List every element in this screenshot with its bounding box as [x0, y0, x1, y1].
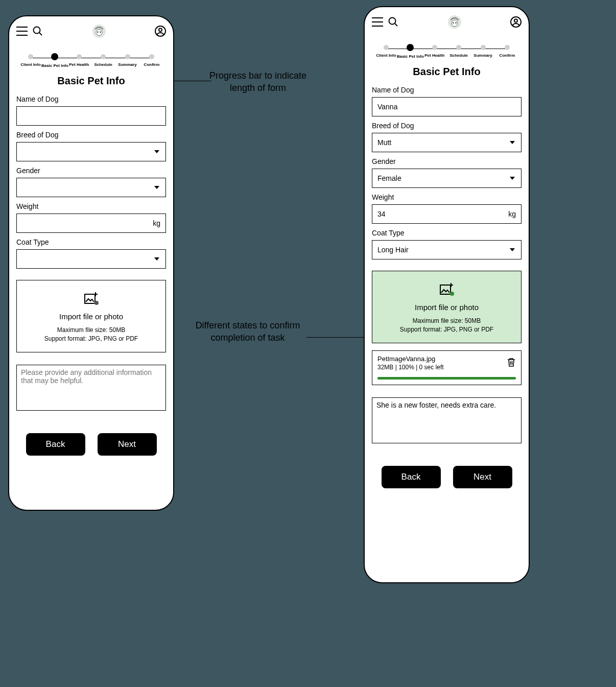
- notes-textarea[interactable]: [372, 397, 522, 443]
- chevron-down-icon: [154, 150, 159, 153]
- upload-formats: Support format: JPG, PNG or PDF: [23, 335, 159, 343]
- back-button[interactable]: Back: [382, 466, 441, 488]
- file-meta: 32MB | 100% | 0 sec left: [377, 364, 516, 371]
- step-label: Pet Health: [69, 62, 89, 67]
- step-label: Basic Pet Info: [41, 63, 68, 68]
- step-label: Summary: [473, 53, 492, 58]
- notes-textarea[interactable]: [16, 365, 166, 411]
- step-label: Client Info: [20, 62, 40, 67]
- breed-select[interactable]: Mutt: [372, 133, 522, 152]
- gender-value: Female: [377, 174, 401, 182]
- dog-name-input[interactable]: [372, 97, 522, 116]
- topbar: [16, 23, 166, 39]
- step-label: Confirm: [500, 53, 515, 58]
- progress-stepper: Client Info Basic Pet Info Pet Health Sc…: [19, 54, 163, 68]
- label-dog-name: Name of Dog: [16, 95, 166, 103]
- back-button[interactable]: Back: [26, 433, 85, 456]
- upload-max-size: Maximum file size: 50MB: [23, 326, 159, 335]
- chevron-down-icon: [510, 141, 515, 144]
- next-button[interactable]: Next: [98, 433, 157, 456]
- label-weight: Weight: [16, 202, 166, 210]
- weight-unit: kg: [508, 210, 516, 218]
- weight-input[interactable]: kg: [372, 204, 522, 224]
- file-name: PetImageVanna.jpg: [377, 355, 516, 363]
- label-gender: Gender: [372, 157, 522, 165]
- account-icon[interactable]: [155, 26, 166, 37]
- annotation-states: Different states to confirm completion o…: [184, 319, 312, 344]
- chevron-down-icon: [510, 177, 515, 180]
- page-title: Basic Pet Info: [16, 75, 166, 87]
- connector-line: [306, 337, 373, 338]
- coat-select[interactable]: [16, 249, 166, 269]
- label-dog-name: Name of Dog: [372, 86, 522, 94]
- upload-formats: Support format: JPG, PNG or PDF: [378, 325, 515, 334]
- menu-icon[interactable]: [372, 17, 383, 27]
- trash-icon[interactable]: [507, 357, 516, 369]
- image-add-success-icon: [440, 289, 454, 297]
- breed-select[interactable]: [16, 142, 166, 161]
- chevron-down-icon: [154, 257, 159, 260]
- connector-line: [169, 81, 211, 81]
- topbar: [372, 14, 522, 30]
- svg-point-13: [455, 22, 457, 23]
- svg-point-3: [97, 31, 99, 33]
- page-title: Basic Pet Info: [372, 66, 522, 78]
- label-weight: Weight: [372, 193, 522, 201]
- chevron-down-icon: [154, 186, 159, 189]
- svg-point-9: [389, 18, 396, 25]
- svg-point-4: [100, 31, 101, 33]
- weight-unit: kg: [153, 219, 160, 227]
- uploaded-file-item: PetImageVanna.jpg 32MB | 100% | 0 sec le…: [372, 350, 522, 385]
- annotation-progress: Progress bar to indicate length of form: [204, 69, 312, 94]
- svg-point-11: [451, 20, 457, 27]
- menu-icon[interactable]: [16, 27, 28, 36]
- label-coat: Coat Type: [16, 238, 166, 246]
- svg-point-0: [34, 27, 40, 34]
- svg-point-17: [450, 292, 454, 296]
- chevron-down-icon: [510, 248, 515, 251]
- upload-max-size: Maximum file size: 50MB: [378, 317, 515, 325]
- svg-point-6: [159, 29, 162, 32]
- coat-value: Long Hair: [377, 246, 409, 254]
- step-label: Summary: [118, 62, 136, 67]
- step-label: Schedule: [449, 53, 468, 58]
- app-logo: [448, 15, 461, 29]
- upload-title: Import file or photo: [378, 303, 515, 312]
- label-gender: Gender: [16, 167, 166, 175]
- account-icon[interactable]: [510, 16, 522, 28]
- gender-select[interactable]: [16, 178, 166, 197]
- image-add-icon: [84, 298, 99, 306]
- phone-frame-filled: Client Info Basic Pet Info Pet Health Sc…: [364, 6, 530, 583]
- next-button[interactable]: Next: [453, 466, 512, 488]
- label-coat: Coat Type: [372, 229, 522, 237]
- label-breed: Breed of Dog: [16, 131, 166, 139]
- step-label: Schedule: [94, 62, 112, 67]
- search-icon[interactable]: [33, 26, 43, 36]
- weight-input[interactable]: kg: [16, 214, 166, 233]
- step-label: Basic Pet Info: [397, 54, 424, 59]
- step-label: Pet Health: [424, 53, 444, 58]
- phone-frame-empty: Client Info Basic Pet Info Pet Health Sc…: [8, 15, 174, 511]
- file-upload-dropzone[interactable]: Import file or photo Maximum file size: …: [16, 280, 166, 352]
- svg-point-12: [453, 22, 454, 23]
- upload-title: Import file or photo: [23, 312, 159, 321]
- dog-name-input[interactable]: [16, 106, 166, 126]
- search-icon[interactable]: [388, 17, 398, 27]
- step-label: Confirm: [144, 62, 160, 67]
- file-upload-dropzone-success[interactable]: Import file or photo Maximum file size: …: [372, 271, 522, 343]
- label-breed: Breed of Dog: [372, 122, 522, 130]
- step-label: Client Info: [376, 53, 396, 58]
- breed-value: Mutt: [377, 138, 391, 147]
- svg-point-8: [94, 301, 99, 305]
- svg-point-2: [96, 30, 102, 36]
- progress-stepper: Client Info Basic Pet Info Pet Health Sc…: [375, 45, 518, 59]
- coat-select[interactable]: Long Hair: [372, 240, 522, 259]
- svg-point-15: [514, 19, 517, 22]
- app-logo: [92, 25, 106, 38]
- gender-select[interactable]: Female: [372, 169, 522, 188]
- upload-progress-bar: [377, 377, 516, 380]
